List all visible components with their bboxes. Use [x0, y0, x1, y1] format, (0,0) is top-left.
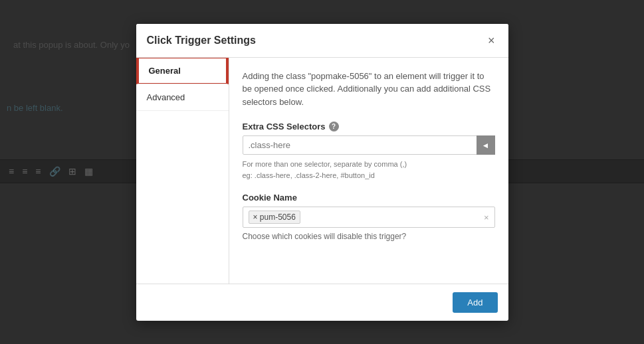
css-selectors-help-icon[interactable]: ?: [329, 122, 339, 131]
modal-close-button[interactable]: ×: [485, 33, 498, 48]
cookie-clear-icon[interactable]: ×: [484, 213, 489, 222]
cookie-tag[interactable]: × pum-5056: [249, 211, 300, 224]
css-selectors-hint: For more than one selector, separate by …: [243, 159, 495, 181]
modal-title: Click Trigger Settings: [147, 35, 256, 46]
modal-body: General Advanced Adding the class "popma…: [136, 58, 508, 284]
css-input-arrow-icon[interactable]: ◄: [477, 135, 495, 155]
click-trigger-modal: Click Trigger Settings × General Advance…: [136, 24, 508, 321]
sidebar-item-general[interactable]: General: [136, 58, 229, 84]
intro-text: Adding the class "popmake-5056" to an el…: [243, 70, 495, 109]
cookie-hint-text: Choose which cookies will disable this t…: [243, 232, 495, 241]
modal-footer: Add: [136, 284, 508, 321]
cookie-name-input-wrapper[interactable]: × pum-5056 ×: [243, 207, 495, 228]
css-selectors-input[interactable]: [243, 135, 495, 155]
modal-sidebar: General Advanced: [136, 58, 229, 284]
modal-overlay: Click Trigger Settings × General Advance…: [0, 0, 644, 344]
modal-header: Click Trigger Settings ×: [136, 24, 508, 58]
modal-main-content: Adding the class "popmake-5056" to an el…: [229, 58, 508, 284]
cookie-name-label: Cookie Name: [243, 193, 495, 203]
add-button[interactable]: Add: [453, 292, 497, 313]
sidebar-item-advanced[interactable]: Advanced: [136, 84, 229, 111]
cookie-name-section: Cookie Name × pum-5056 × Choose which co…: [243, 193, 495, 241]
css-selectors-input-wrapper: ◄: [243, 135, 495, 155]
css-selectors-label: Extra CSS Selectors ?: [243, 122, 495, 131]
